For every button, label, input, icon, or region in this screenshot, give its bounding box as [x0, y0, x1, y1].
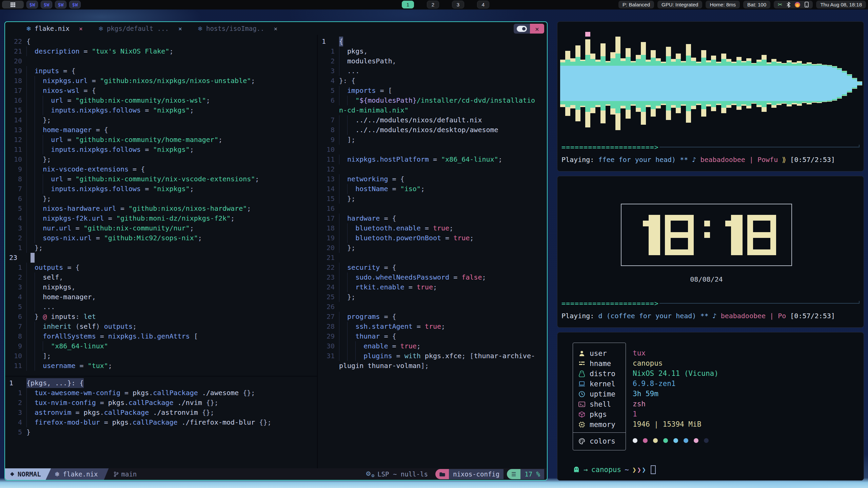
code-segment: "github:moni-dz/nixpkgs-f2k" — [116, 214, 231, 222]
status-pill-0[interactable]: P: Balanced — [618, 1, 654, 8]
indent-guide — [26, 263, 35, 272]
tag-button-4[interactable]: 4 — [477, 1, 489, 8]
code-text: firefox-mod-blur = pkgs.callPackage ./fi… — [26, 418, 317, 427]
scissors-icon[interactable]: ✂ — [778, 1, 782, 8]
viz-blue-band — [716, 66, 721, 101]
code-line: 30 enable = true; — [318, 341, 547, 351]
code-line: 3 nur.url = "github:nix-community/nur"; — [5, 223, 317, 233]
neovim-window[interactable]: ❄flake.nix×❄pkgs/default ...×❄hosts/isoI… — [4, 21, 548, 481]
viz-blue-band — [751, 66, 756, 101]
status-pill-1[interactable]: GPU: Integrated — [657, 1, 702, 8]
code-segment: true — [453, 234, 470, 242]
code-segment: nix-vscode-extensions — [43, 165, 129, 173]
code-line: n-cd-minimal.nix" — [318, 105, 547, 115]
code-segment: "nixpkgs" — [153, 185, 190, 193]
indent-guide — [43, 105, 51, 115]
workspace-button-1[interactable]: $W — [26, 1, 38, 8]
indent-guide — [26, 96, 35, 105]
code-line: 21 — [318, 253, 547, 263]
line-number: 19 — [322, 233, 335, 243]
pane-pkgs-default-nix[interactable]: 1{pkgs, ...}: {1 tux-awesome-wm-config =… — [5, 377, 317, 468]
tab-close-icon[interactable]: × — [178, 25, 182, 32]
visualizer-column — [606, 33, 611, 134]
shell-prompt[interactable]: →canopus~❯❯❯ — [573, 465, 656, 474]
clock-pixel — [765, 249, 770, 255]
tab-close-icon[interactable]: × — [79, 25, 83, 32]
clock-pixel — [725, 215, 731, 221]
penguin-icon — [579, 370, 585, 377]
app-grid-icon[interactable] — [2, 1, 24, 8]
status-pill-2[interactable]: Home: 8ms — [706, 1, 740, 8]
prompt-chevron-2: ❯ — [642, 466, 646, 474]
clock-window[interactable]: 08/08/24 =====================> Playing:… — [557, 176, 864, 328]
visualizer-column — [565, 33, 570, 134]
tag-button-3[interactable]: 3 — [452, 1, 464, 8]
code-segment: } — [35, 312, 43, 321]
clock-pixel — [676, 244, 682, 249]
indent-guide — [339, 282, 347, 292]
indent-guide — [26, 86, 35, 96]
line-number: 10 — [9, 351, 22, 361]
phone-icon[interactable] — [805, 2, 809, 7]
hostname-icon — [578, 361, 585, 367]
workspace-button-2[interactable]: $W — [41, 1, 52, 8]
status-pill-3[interactable]: Bat: 100 — [743, 1, 770, 8]
editor-tab-3[interactable]: ❄hosts/isoImag..× — [198, 25, 278, 32]
viz-blue-band — [636, 66, 641, 101]
pane-flake-nix[interactable]: 22{21 description = "tux's NixOS Flake";… — [5, 35, 317, 376]
indent-guide — [339, 214, 347, 223]
close-window-button[interactable]: ✕ — [530, 24, 544, 34]
music-visualizer-window[interactable]: =====================> Playing: ffee for… — [557, 21, 864, 171]
pane-hosts-isoimage[interactable]: 1{1 pkgs,2 modulesPath,3 ...4}: {5 impor… — [318, 35, 547, 468]
code-segment: . — [124, 399, 129, 407]
workspace-button-3[interactable]: $W — [55, 1, 66, 8]
line-number: 1 — [9, 378, 22, 388]
fetch-label: hname — [590, 360, 611, 368]
code-line: 6 }; — [5, 194, 317, 204]
editor-tab-2[interactable]: ❄pkgs/default ...× — [98, 25, 182, 32]
workspace-button-4[interactable]: $W — [69, 1, 81, 8]
code-line: 20 }; — [318, 243, 547, 253]
code-segment: inputs.nixpkgs.follows — [51, 145, 141, 154]
code-line: 10 ]; — [5, 351, 317, 361]
clock-pixel — [649, 238, 654, 244]
clock-pixel — [765, 215, 770, 221]
viz-blue-band — [580, 66, 585, 101]
visualizer-column — [847, 33, 852, 134]
firefox-icon[interactable] — [795, 2, 800, 7]
color-dot-0 — [633, 438, 637, 443]
code-segment: ; — [190, 145, 194, 154]
code-line: 9 "x86_64-linux" — [5, 341, 317, 351]
toggle-switch[interactable] — [514, 24, 530, 34]
tag-button-1[interactable]: 1 — [402, 1, 414, 8]
fetch-terminal-window[interactable]: userhnamedistrokerneluptimeshellpkgsmemo… — [557, 332, 864, 481]
terminal-cursor[interactable] — [651, 465, 656, 474]
code-segment: "nixpkgs" — [153, 106, 190, 114]
code-line: 12 — [318, 164, 547, 174]
code-line: 2 self, — [5, 272, 317, 282]
clock-pixel — [698, 244, 704, 249]
visualizer-column — [651, 33, 656, 134]
clock-pill[interactable]: Thu Aug 08, 18:18 — [816, 1, 866, 8]
code-segment: ./firefox-mod-blur — [178, 418, 255, 426]
code-line: 2 sops-nix.url = "github:Mic92/sops-nix"… — [5, 233, 317, 243]
code-segment: true — [425, 322, 441, 330]
system-tray[interactable]: ✂ — [774, 1, 813, 8]
tab-close-icon[interactable]: × — [274, 25, 278, 32]
line-number: 20 — [322, 243, 335, 253]
indent-guide — [339, 135, 347, 145]
indent-guide — [339, 56, 347, 66]
code-segment: , — [71, 283, 75, 291]
viz-blue-band — [600, 66, 606, 101]
tag-button-2[interactable]: 2 — [427, 1, 439, 8]
viz-blue-band — [817, 66, 822, 101]
bluetooth-icon[interactable] — [787, 2, 790, 7]
line-number: 10 — [9, 155, 22, 164]
clock-pixel — [759, 226, 765, 232]
indent-guide — [35, 302, 43, 312]
code-segment: = — [429, 155, 441, 163]
clock-window-bottom: =====================> Playing: d (coffe… — [561, 298, 860, 320]
code-line: 27 programs = { — [318, 312, 547, 322]
editor-tab-1[interactable]: ❄flake.nix× — [26, 25, 83, 32]
visualizer-column — [691, 33, 696, 134]
